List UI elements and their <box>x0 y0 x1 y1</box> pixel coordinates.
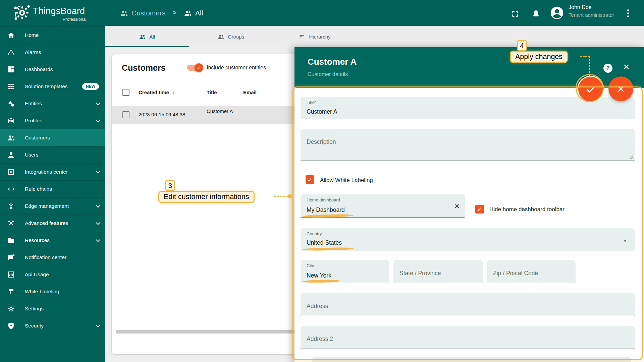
address2-input[interactable] <box>307 335 629 343</box>
brand-name: ThingsBoard <box>33 6 85 16</box>
tab-all[interactable]: All <box>105 26 189 47</box>
sidebar-item-customers[interactable]: Customers <box>0 129 105 146</box>
tab-groups[interactable]: Groups <box>189 26 273 47</box>
sidebar-item-security[interactable]: Security <box>0 317 105 334</box>
sidebar-item-alarms[interactable]: Alarms <box>0 44 105 61</box>
sidebar-nav: Home Alarms Dashboards Solution template… <box>0 26 105 334</box>
select-all-checkbox[interactable] <box>122 89 129 96</box>
notification-center-icon <box>7 253 15 261</box>
column-header-created-time[interactable]: Created time↓ <box>139 89 175 95</box>
sidebar-item-white-labeling[interactable]: White Labeling <box>0 283 105 300</box>
integrations-icon <box>7 168 15 176</box>
discard-changes-button[interactable]: × <box>608 76 633 101</box>
tab-label: Hierarchy <box>309 34 330 40</box>
sidebar-item-users[interactable]: Users <box>0 146 105 163</box>
chevron-down-icon <box>96 323 100 327</box>
sidebar-item-settings[interactable]: Settings <box>0 300 105 317</box>
sidebar-item-edge-management[interactable]: Edge management <box>0 197 105 215</box>
zip-postal-code-field[interactable] <box>487 260 576 283</box>
customers-breadcrumb-icon <box>120 9 128 17</box>
sidebar-item-home[interactable]: Home <box>0 26 105 44</box>
sidebar-item-resources[interactable]: Resources <box>0 232 105 249</box>
user-name: John Doe <box>569 4 592 10</box>
home-dashboard-field[interactable]: Home dashboard × <box>301 194 465 218</box>
screen: ThingsBoard Professional Home Alarms Das… <box>0 0 644 362</box>
brand-logo: ThingsBoard Professional <box>0 0 105 26</box>
brand-edition: Professional <box>62 17 87 22</box>
more-options-kebab-icon[interactable] <box>624 8 632 18</box>
state-province-input[interactable] <box>399 269 477 278</box>
include-customer-entities-label: Include customer entities <box>207 65 266 71</box>
country-label: Country <box>307 231 322 236</box>
sidebar-item-notification-center[interactable]: Notification center <box>0 249 105 266</box>
apply-changes-button[interactable] <box>578 77 603 102</box>
chevron-down-icon <box>96 203 100 208</box>
sidebar-item-rule-chains[interactable]: Rule chains <box>0 180 105 197</box>
column-header-title[interactable]: Title <box>207 89 217 95</box>
sidebar-item-label: Customers <box>25 135 50 141</box>
include-customer-entities-toggle[interactable]: ✓ <box>187 65 202 71</box>
breadcrumb-all[interactable]: All <box>195 9 203 17</box>
tab-label: All <box>149 34 155 40</box>
help-button[interactable]: ? <box>603 64 612 73</box>
home-dashboard-label: Home dashboard <box>307 197 340 202</box>
city-input[interactable] <box>307 271 383 280</box>
solution-templates-icon <box>7 82 15 90</box>
sidebar-item-integrations-center[interactable]: Integrations center <box>0 163 105 180</box>
fullscreen-button[interactable] <box>511 9 520 18</box>
customers-card-title: Customers <box>122 63 166 73</box>
sidebar-item-label: White Labeling <box>25 289 59 295</box>
annotation-step3-number: 3 <box>165 180 175 191</box>
column-header-email[interactable]: Email <box>243 89 257 95</box>
address-field[interactable] <box>301 293 635 316</box>
all-tab-people-icon <box>139 33 146 40</box>
sidebar-item-label: Rule chains <box>25 186 52 192</box>
tab-hierarchy[interactable]: Hierarchy <box>273 26 357 47</box>
entities-icon <box>7 100 15 108</box>
zip-postal-code-input[interactable] <box>493 269 570 278</box>
description-field[interactable] <box>301 129 635 161</box>
hide-home-dashboard-toolbar-label: Hide home dashboard toolbar <box>489 206 565 213</box>
address2-field[interactable] <box>301 326 635 349</box>
row-checkbox[interactable] <box>122 111 129 118</box>
breadcrumb-customers[interactable]: Customers <box>131 9 166 17</box>
title-field[interactable]: Title* <box>301 97 635 119</box>
clear-home-dashboard-button[interactable]: × <box>454 202 460 210</box>
api-usage-icon <box>7 270 15 279</box>
rule-chains-icon <box>7 185 15 193</box>
close-panel-button[interactable]: × <box>623 61 630 72</box>
title-input[interactable] <box>307 107 629 116</box>
home-dashboard-input[interactable] <box>307 205 459 214</box>
sidebar-item-profiles[interactable]: Profiles <box>0 112 105 129</box>
alarms-icon <box>7 48 15 56</box>
users-icon <box>7 151 15 159</box>
country-select-field[interactable]: Country ▼ <box>301 228 635 250</box>
avatar[interactable] <box>550 6 564 20</box>
user-role: Tenant administrator <box>569 12 614 18</box>
state-province-field[interactable] <box>393 260 483 283</box>
sidebar-item-dashboards[interactable]: Dashboards <box>0 61 105 78</box>
sidebar-item-entities[interactable]: Entities <box>0 95 105 112</box>
sidebar-item-label: Notification center <box>25 254 66 260</box>
notifications-bell-icon[interactable] <box>532 9 540 18</box>
all-breadcrumb-icon <box>184 9 192 17</box>
sidebar-item-label: Resources <box>25 237 50 243</box>
hierarchy-tab-icon <box>299 33 306 40</box>
description-textarea[interactable] <box>301 129 635 161</box>
resize-handle-icon[interactable] <box>629 155 633 159</box>
city-label: City <box>307 263 314 268</box>
chevron-down-icon <box>96 220 100 225</box>
annotation-step3-connector <box>274 196 288 197</box>
thingsboard-logo-icon <box>13 4 31 21</box>
hide-home-dashboard-toolbar-checkbox[interactable]: ✓ <box>475 205 484 214</box>
sidebar-item-solution-templates[interactable]: Solution templates NEW <box>0 78 105 95</box>
sidebar-item-api-usage[interactable]: Api Usage <box>0 266 105 283</box>
groups-tab-people-icon <box>217 33 224 40</box>
security-icon <box>7 322 15 330</box>
sidebar-item-label: Integrations center <box>25 169 68 175</box>
allow-white-labeling-checkbox[interactable]: ✓ <box>306 175 314 184</box>
sidebar-item-advanced-features[interactable]: Advanced features <box>0 215 105 232</box>
address-input[interactable] <box>307 302 629 310</box>
annotation-step4-connector-vertical <box>589 56 590 76</box>
country-input[interactable] <box>307 238 629 247</box>
